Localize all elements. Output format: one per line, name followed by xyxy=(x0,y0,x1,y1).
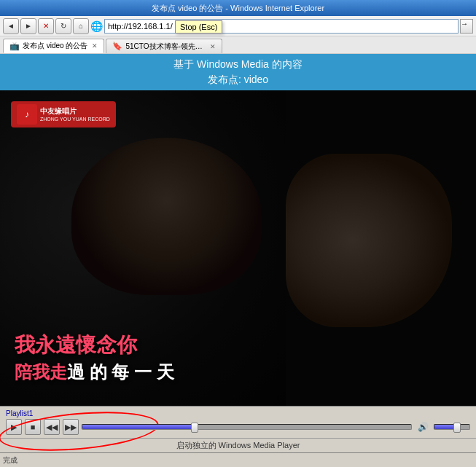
stop-ctrl-button[interactable]: ■ xyxy=(25,419,41,435)
lyric-line2-white: 過 的 每 一 天 xyxy=(67,362,174,382)
svg-text:♪: ♪ xyxy=(25,109,29,119)
volume-bar[interactable] xyxy=(434,424,470,430)
lyrics-overlay: 我永遠懷念你 陪我走過 的 每 一 天 xyxy=(0,331,476,384)
back-button[interactable]: ◄ xyxy=(3,18,19,34)
tab-close-51cto[interactable]: ✕ xyxy=(210,43,216,50)
seek-fill xyxy=(82,425,198,429)
launch-bar[interactable]: 启动独立的 Windows Media Player xyxy=(0,438,476,452)
prev-button[interactable]: ◀◀ xyxy=(44,419,60,435)
seek-thumb[interactable] xyxy=(191,423,198,433)
tab-icon-51cto: 🔖 xyxy=(112,42,122,51)
logo-icon: ♪ xyxy=(17,104,37,125)
lyric-line2-pink: 陪我走 xyxy=(15,362,67,382)
volume-button[interactable]: 🔊 xyxy=(415,419,431,435)
browser-icon: 🌐 xyxy=(90,20,103,32)
stop-tooltip: Stop (Esc) xyxy=(175,20,222,34)
lyric-line1: 我永遠懷念你 xyxy=(15,331,461,359)
player-controls: Playlist1 ▶ ■ ◀◀ ▶▶ 🔊 xyxy=(0,406,476,438)
address-input[interactable] xyxy=(104,19,459,34)
seek-bar[interactable] xyxy=(82,424,412,430)
volume-fill xyxy=(434,425,456,429)
tab-51cto[interactable]: 🔖 51CTO技术博客-领先的IT... ✕ xyxy=(106,39,222,53)
title-bar-text: 发布点 video 的公告 - Windows Internet Explore… xyxy=(3,3,473,14)
refresh-button[interactable]: ↻ xyxy=(55,18,71,34)
forward-button[interactable]: ► xyxy=(20,18,36,34)
home-button[interactable]: ⌂ xyxy=(73,18,89,34)
browser-window: 发布点 video 的公告 - Windows Internet Explore… xyxy=(0,0,476,467)
stop-button[interactable]: ✕ xyxy=(38,18,54,34)
logo-overlay: ♪ 中友缘唱片 ZHONG YOU YUAN RECORD xyxy=(11,101,116,127)
tab-icon-video: 📺 xyxy=(9,42,20,51)
status-bar: 完成 xyxy=(0,452,476,467)
banner-line2: 发布点: video xyxy=(0,72,476,87)
address-bar-container: 🌐 → xyxy=(90,19,473,34)
banner-line1: 基于 Windows Media 的内容 xyxy=(0,57,476,72)
logo-sub: ZHONG YOU YUAN RECORD xyxy=(40,116,110,122)
logo-svg: ♪ xyxy=(18,106,36,123)
lyric-line2: 陪我走過 的 每 一 天 xyxy=(15,361,461,384)
controls-row: ▶ ■ ◀◀ ▶▶ 🔊 xyxy=(6,419,470,435)
status-text: 完成 xyxy=(3,455,17,466)
volume-thumb[interactable] xyxy=(453,423,461,433)
play-button[interactable]: ▶ xyxy=(6,419,22,435)
go-button[interactable]: → xyxy=(460,19,473,34)
tab-video-announcement[interactable]: 📺 发布点 video 的公告 ✕ xyxy=(3,39,104,53)
tab-label-51cto: 51CTO技术博客-领先的IT... xyxy=(125,42,206,52)
tab-close-video[interactable]: ✕ xyxy=(92,42,98,50)
next-button[interactable]: ▶▶ xyxy=(63,419,79,435)
title-bar: 发布点 video 的公告 - Windows Internet Explore… xyxy=(0,0,476,16)
info-banner: 基于 Windows Media 的内容 发布点: video xyxy=(0,54,476,90)
tabs-bar: 📺 发布点 video 的公告 ✕ 🔖 51CTO技术博客-领先的IT... ✕ xyxy=(0,36,476,54)
video-area: ♪ 中友缘唱片 ZHONG YOU YUAN RECORD 我永遠懷念你 陪我走… xyxy=(0,90,476,452)
logo-text: 中友缘唱片 ZHONG YOU YUAN RECORD xyxy=(40,106,110,122)
playlist-label: Playlist1 xyxy=(6,409,470,417)
tab-label-video: 发布点 video 的公告 xyxy=(23,41,87,51)
page-content: 基于 Windows Media 的内容 发布点: video xyxy=(0,54,476,452)
video-frame[interactable]: ♪ 中友缘唱片 ZHONG YOU YUAN RECORD 我永遠懷念你 陪我走… xyxy=(0,90,476,406)
nav-bar: ◄ ► ✕ ↻ ⌂ 🌐 → Stop (Esc) xyxy=(0,16,476,36)
logo-name: 中友缘唱片 xyxy=(40,106,110,116)
launch-label: 启动独立的 Windows Media Player xyxy=(176,441,300,450)
